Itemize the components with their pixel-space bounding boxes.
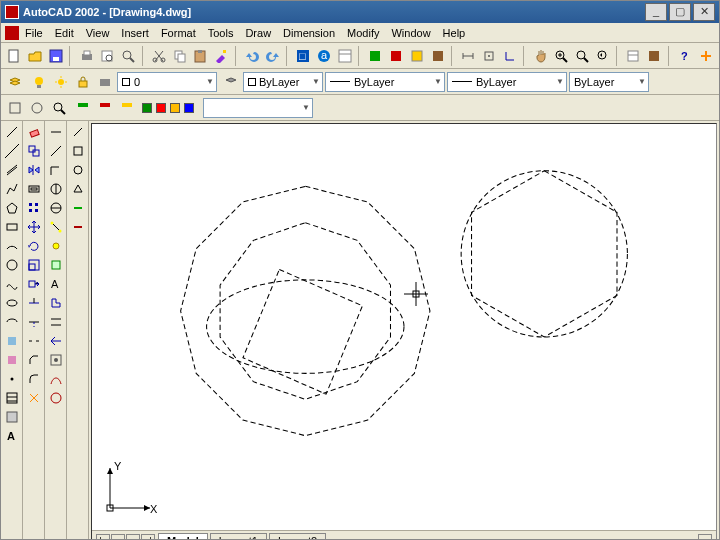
ex3-icon[interactable] xyxy=(46,161,66,179)
close-button[interactable]: ✕ xyxy=(693,3,715,21)
preview-icon[interactable] xyxy=(98,46,117,66)
print-icon[interactable] xyxy=(77,46,96,66)
scroll-right[interactable]: ▸ xyxy=(698,534,712,541)
point-icon[interactable] xyxy=(2,370,22,388)
f5-icon[interactable] xyxy=(68,199,88,217)
redo-icon[interactable] xyxy=(263,46,282,66)
find-icon[interactable] xyxy=(119,46,138,66)
arc-icon[interactable] xyxy=(2,237,22,255)
lock-icon[interactable] xyxy=(73,72,93,92)
ellipse-icon[interactable] xyxy=(2,294,22,312)
zoomprev-icon[interactable] xyxy=(594,46,613,66)
swatch-orange[interactable] xyxy=(170,103,180,113)
tab-nav-first[interactable]: |◂ xyxy=(96,534,110,541)
plot-icon[interactable] xyxy=(95,72,115,92)
layer-manager-icon[interactable] xyxy=(5,72,25,92)
ex11-icon[interactable] xyxy=(46,313,66,331)
move-icon[interactable] xyxy=(24,218,44,236)
menu-format[interactable]: Format xyxy=(161,27,196,39)
prop-icon[interactable] xyxy=(624,46,643,66)
copy-icon[interactable] xyxy=(170,46,189,66)
f6-icon[interactable] xyxy=(68,218,88,236)
adc-icon[interactable]: a xyxy=(315,46,334,66)
ex9-icon[interactable]: A xyxy=(46,275,66,293)
menu-insert[interactable]: Insert xyxy=(121,27,149,39)
minimize-button[interactable]: _ xyxy=(645,3,667,21)
swatch-red[interactable] xyxy=(156,103,166,113)
f3-icon[interactable] xyxy=(68,161,88,179)
stretch-icon[interactable] xyxy=(24,275,44,293)
explode-icon[interactable] xyxy=(24,389,44,407)
circle-icon[interactable] xyxy=(2,256,22,274)
swatch-green[interactable] xyxy=(142,103,152,113)
xline-icon[interactable] xyxy=(2,142,22,160)
scale-icon[interactable] xyxy=(24,256,44,274)
ellipsearc-icon[interactable] xyxy=(2,313,22,331)
tab-layout1[interactable]: Layout1 xyxy=(210,533,267,540)
array-icon[interactable] xyxy=(24,199,44,217)
paste-icon[interactable] xyxy=(191,46,210,66)
text-icon[interactable]: A xyxy=(2,427,22,445)
linetype-combo[interactable]: ByLayer xyxy=(325,72,445,92)
sun-icon[interactable] xyxy=(51,72,71,92)
pan-icon[interactable] xyxy=(531,46,550,66)
sec-1-icon[interactable] xyxy=(5,98,25,118)
sec-4-icon[interactable] xyxy=(73,98,93,118)
mline-icon[interactable] xyxy=(2,161,22,179)
ex4-icon[interactable] xyxy=(46,180,66,198)
sec-6-icon[interactable] xyxy=(117,98,137,118)
lineweight-combo[interactable]: ByLayer xyxy=(447,72,567,92)
spline-icon[interactable] xyxy=(2,275,22,293)
extend-icon[interactable] xyxy=(24,313,44,331)
ex6-icon[interactable] xyxy=(46,218,66,236)
color-combo[interactable]: ByLayer xyxy=(243,72,323,92)
fillet-icon[interactable] xyxy=(24,370,44,388)
offset-icon[interactable] xyxy=(24,180,44,198)
zoomrt-icon[interactable] xyxy=(552,46,571,66)
tab-nav-prev[interactable]: ◂ xyxy=(111,534,125,541)
ex1-icon[interactable] xyxy=(46,123,66,141)
sec-2-icon[interactable] xyxy=(27,98,47,118)
undo-icon[interactable] xyxy=(242,46,261,66)
f4-icon[interactable] xyxy=(68,180,88,198)
polygon-icon[interactable] xyxy=(2,199,22,217)
tab-nav-next[interactable]: ▸ xyxy=(126,534,140,541)
layer-combo[interactable]: 0 xyxy=(117,72,217,92)
swatch-blue[interactable] xyxy=(184,103,194,113)
drawing-canvas[interactable]: Y X |◂ ◂ ▸ ▸| Model Layout1 Layout2 ▸ xyxy=(91,123,717,540)
f2-icon[interactable] xyxy=(68,142,88,160)
erase-icon[interactable] xyxy=(24,123,44,141)
ex14-icon[interactable] xyxy=(46,370,66,388)
break-icon[interactable] xyxy=(24,332,44,350)
plus-icon[interactable] xyxy=(696,46,715,66)
sec-3-icon[interactable] xyxy=(49,98,69,118)
menu-tools[interactable]: Tools xyxy=(208,27,234,39)
copy2-icon[interactable] xyxy=(24,142,44,160)
cut-icon[interactable] xyxy=(149,46,168,66)
ucs-icon[interactable] xyxy=(501,46,520,66)
tool3-icon[interactable] xyxy=(408,46,427,66)
help-icon[interactable]: ? xyxy=(675,46,694,66)
chamfer-icon[interactable] xyxy=(24,351,44,369)
region-icon[interactable] xyxy=(2,408,22,426)
ex8-icon[interactable] xyxy=(46,256,66,274)
menu-dimension[interactable]: Dimension xyxy=(283,27,335,39)
new-icon[interactable] xyxy=(5,46,24,66)
menu-draw[interactable]: Draw xyxy=(245,27,271,39)
mirror-icon[interactable] xyxy=(24,161,44,179)
menu-file[interactable]: File xyxy=(25,27,43,39)
db-icon[interactable] xyxy=(335,46,354,66)
snap-icon[interactable] xyxy=(480,46,499,66)
tool1-icon[interactable] xyxy=(366,46,385,66)
menu-edit[interactable]: Edit xyxy=(55,27,74,39)
ex7-icon[interactable] xyxy=(46,237,66,255)
dist-icon[interactable] xyxy=(459,46,478,66)
ex12-icon[interactable] xyxy=(46,332,66,350)
secondary-combo[interactable] xyxy=(203,98,313,118)
sec-5-icon[interactable] xyxy=(95,98,115,118)
f1-icon[interactable] xyxy=(68,123,88,141)
tab-nav-last[interactable]: ▸| xyxy=(141,534,155,541)
hatch-icon[interactable] xyxy=(2,389,22,407)
adc2-icon[interactable] xyxy=(645,46,664,66)
maximize-button[interactable]: ▢ xyxy=(669,3,691,21)
